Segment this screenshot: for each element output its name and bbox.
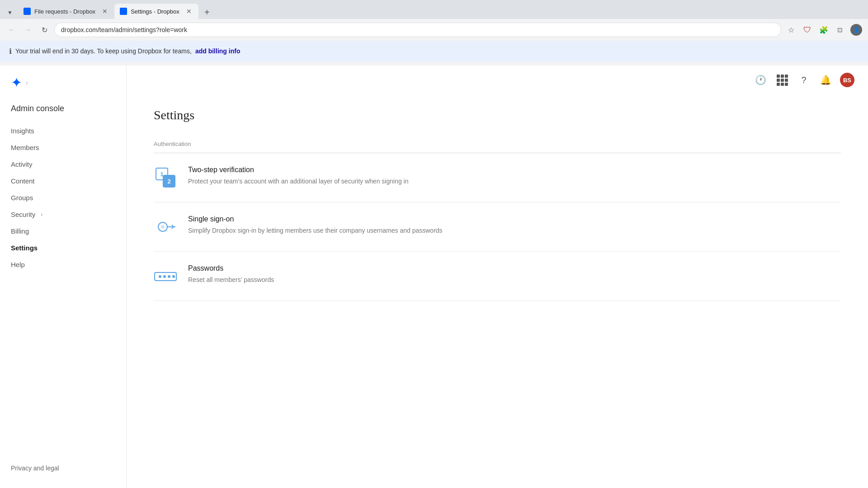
split-view-button[interactable]: ⊡ (834, 23, 846, 36)
app: ✦ ‹ Admin console Insights Members Activ… (0, 66, 868, 488)
back-button[interactable]: ← (5, 23, 18, 36)
sidebar-item-settings[interactable]: Settings (0, 239, 126, 256)
tab-file-requests[interactable]: File requests - Dropbox ✕ (18, 4, 114, 19)
two-step-icon: 1 2 (154, 166, 177, 189)
sso-desc: Simplify Dropbox sign-in by letting memb… (188, 226, 841, 235)
extension-shield[interactable]: 🛡 (801, 23, 814, 36)
passwords-info: Passwords Reset all members' passwords (188, 264, 841, 285)
two-step-title: Two-step verification (188, 166, 841, 174)
new-tab-button[interactable]: + (200, 5, 214, 19)
tab-bar: ▼ File requests - Dropbox ✕ Settings - D… (0, 0, 868, 19)
passwords-icon-svg (154, 266, 177, 286)
two-step-info: Two-step verification Protect your team'… (188, 166, 841, 186)
grid-icon (777, 75, 788, 86)
passwords-title: Passwords (188, 264, 841, 272)
main-header: 🕐 ? 🔔 BS (127, 66, 868, 94)
sidebar-collapse-arrow[interactable]: ‹ (26, 79, 28, 86)
sso-info: Single sign-on Simplify Dropbox sign-in … (188, 215, 841, 235)
clock-icon-button[interactable]: 🕐 (753, 73, 768, 87)
nav-bar: ← → ↻ dropbox.com/team/admin/settings?ro… (0, 19, 868, 41)
sidebar-item-label-groups: Groups (11, 194, 33, 202)
sidebar-item-groups[interactable]: Groups (0, 189, 126, 206)
sidebar-logo[interactable]: ✦ ‹ (0, 75, 126, 104)
tab-close-settings[interactable]: ✕ (185, 7, 193, 15)
passwords-desc: Reset all members' passwords (188, 275, 841, 285)
svg-point-8 (168, 275, 170, 278)
sidebar-item-label-members: Members (11, 144, 39, 151)
tab-label-settings: Settings - Dropbox (131, 8, 179, 15)
step-box-2: 2 (163, 175, 175, 188)
tab-icon-file-requests (24, 8, 31, 15)
address-bar[interactable]: dropbox.com/team/admin/settings?role=wor… (54, 23, 781, 37)
admin-console-title: Admin console (0, 104, 126, 122)
two-step-verification-item[interactable]: 1 2 Two-step verification Protect your t… (154, 153, 841, 202)
bell-icon-button[interactable]: 🔔 (818, 73, 833, 87)
main-content-area: 🕐 ? 🔔 BS Settings Authentication (127, 66, 868, 488)
tab-label-file-requests: File requests - Dropbox (34, 8, 95, 15)
tab-icon-settings (120, 8, 127, 15)
svg-point-9 (172, 275, 175, 278)
sidebar-item-label-insights: Insights (11, 127, 34, 135)
svg-point-1 (161, 225, 165, 229)
address-text: dropbox.com/team/admin/settings?role=wor… (61, 26, 187, 33)
sso-item[interactable]: Single sign-on Simplify Dropbox sign-in … (154, 202, 841, 252)
tab-close-file-requests[interactable]: ✕ (101, 7, 109, 15)
grid-icon-button[interactable] (775, 73, 789, 87)
svg-point-6 (159, 275, 161, 278)
settings-page: Settings Authentication 1 2 Two-step ver… (127, 94, 868, 314)
nav-actions: ☆ 🛡 🧩 ⊡ 👤 (785, 23, 863, 36)
sidebar-item-label-billing: Billing (11, 227, 29, 235)
forward-button[interactable]: → (22, 23, 34, 36)
info-message: Your trial will end in 30 days. To keep … (15, 47, 192, 55)
sidebar-item-content[interactable]: Content (0, 173, 126, 189)
svg-point-7 (163, 275, 166, 278)
bookmark-button[interactable]: ☆ (785, 23, 797, 36)
two-step-desc: Protect your team's account with an addi… (188, 177, 841, 186)
sidebar-item-label-activity: Activity (11, 160, 33, 168)
authentication-label: Authentication (154, 141, 841, 153)
user-avatar[interactable]: BS (840, 73, 854, 87)
extension-puzzle[interactable]: 🧩 (817, 23, 830, 36)
passwords-item[interactable]: Passwords Reset all members' passwords (154, 252, 841, 301)
sso-icon (154, 215, 177, 239)
sidebar-item-help[interactable]: Help (0, 256, 126, 273)
sso-title: Single sign-on (188, 215, 841, 223)
sidebar: ✦ ‹ Admin console Insights Members Activ… (0, 66, 127, 488)
sidebar-item-security[interactable]: Security › (0, 206, 126, 223)
security-expand-icon: › (41, 211, 42, 218)
page-title: Settings (154, 108, 841, 122)
info-icon: ℹ (9, 47, 12, 56)
tab-list-button[interactable]: ▼ (4, 6, 16, 19)
passwords-icon (154, 264, 177, 288)
sidebar-item-billing[interactable]: Billing (0, 223, 126, 239)
sidebar-item-label-settings: Settings (11, 244, 38, 252)
help-icon-button[interactable]: ? (797, 73, 811, 87)
sidebar-item-label-content: Content (11, 177, 35, 185)
profile-button[interactable]: 👤 (850, 23, 863, 36)
sidebar-item-members[interactable]: Members (0, 139, 126, 156)
sidebar-nav: Insights Members Activity Content Groups… (0, 122, 126, 457)
sidebar-item-label-security: Security (11, 211, 35, 218)
authentication-section: Authentication 1 2 Two-step verification… (154, 141, 841, 301)
sidebar-item-label-help: Help (11, 261, 25, 268)
privacy-legal-link[interactable]: Privacy and legal (0, 457, 126, 479)
browser-chrome: ▼ File requests - Dropbox ✕ Settings - D… (0, 0, 868, 66)
tab-settings[interactable]: Settings - Dropbox ✕ (114, 4, 198, 19)
sidebar-item-insights[interactable]: Insights (0, 122, 126, 139)
reload-button[interactable]: ↻ (38, 23, 51, 36)
add-billing-link[interactable]: add billing info (195, 47, 241, 55)
dropbox-logo-icon: ✦ (11, 75, 22, 90)
sidebar-item-activity[interactable]: Activity (0, 156, 126, 173)
info-bar: ℹ Your trial will end in 30 days. To kee… (0, 41, 868, 61)
sso-icon-svg (156, 217, 175, 237)
